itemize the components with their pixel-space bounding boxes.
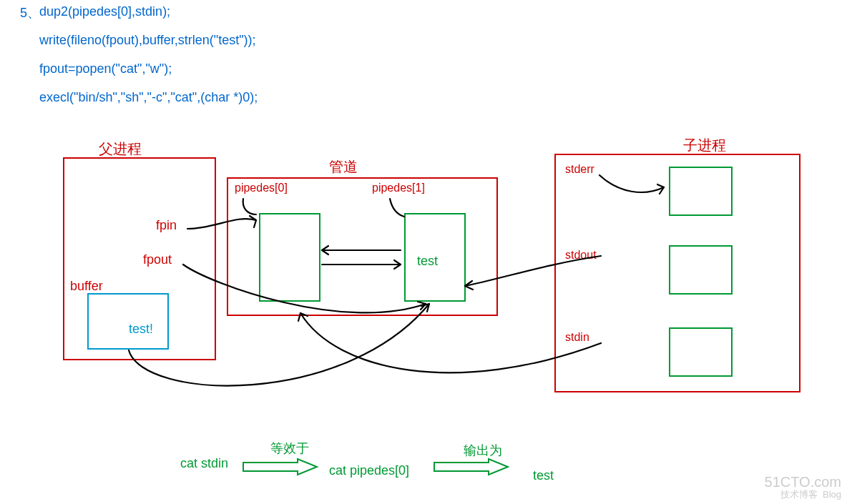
- flow-output: 输出为: [464, 442, 502, 459]
- arrows-overlay: [0, 0, 847, 504]
- flow-arrow-2: [433, 458, 511, 479]
- watermark: 51CTO.com 技术博客 Blog: [765, 474, 841, 500]
- watermark-sub: 技术博客: [780, 489, 818, 500]
- watermark-tag: Blog: [823, 489, 841, 500]
- flow-cat-stdin: cat stdin: [180, 456, 228, 471]
- flow-equiv: 等效于: [270, 440, 309, 457]
- flow-cat-pipe: cat pipedes[0]: [329, 463, 409, 478]
- watermark-site: 51CTO.com: [765, 474, 841, 490]
- flow-result: test: [533, 468, 554, 483]
- flow-arrow-1: [242, 458, 320, 479]
